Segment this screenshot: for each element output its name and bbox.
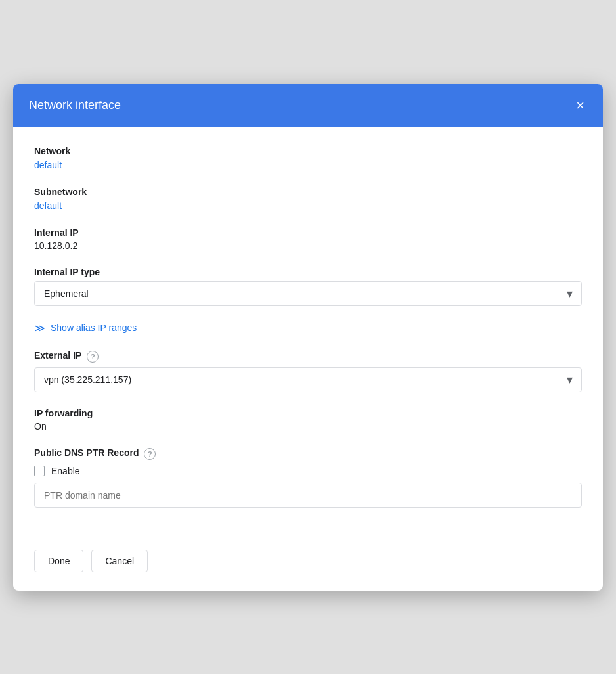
dialog-title: Network interface [29, 99, 121, 112]
dialog-header: Network interface × [13, 84, 603, 127]
internal-ip-value: 10.128.0.2 [34, 240, 582, 251]
internal-ip-type-field-group: Internal IP type Ephemeral Static ▾ [34, 267, 582, 306]
external-ip-select[interactable]: vpn (35.225.211.157) None Ephemeral [34, 367, 582, 392]
cancel-button[interactable]: Cancel [91, 550, 148, 572]
ip-forwarding-label: IP forwarding [34, 408, 582, 418]
external-ip-label: External IP [34, 350, 81, 361]
internal-ip-type-label: Internal IP type [34, 267, 582, 277]
ip-forwarding-field-group: IP forwarding On [34, 408, 582, 432]
internal-ip-type-select-wrapper: Ephemeral Static ▾ [34, 281, 582, 306]
public-dns-enable-checkbox[interactable] [34, 466, 45, 476]
network-value-link[interactable]: default [34, 160, 62, 170]
show-alias-label: Show alias IP ranges [51, 323, 137, 333]
dialog-body: Network default Subnetwork default Inter… [13, 127, 603, 539]
subnetwork-value-link[interactable]: default [34, 200, 62, 211]
show-alias-ip-ranges-button[interactable]: ≫ Show alias IP ranges [34, 322, 137, 334]
dialog-footer: Done Cancel [13, 539, 603, 591]
external-ip-help-icon: ? [87, 351, 99, 363]
internal-ip-type-select[interactable]: Ephemeral Static [34, 281, 582, 306]
public-dns-field-group: Public DNS PTR Record ? Enable [34, 447, 582, 508]
network-field-group: Network default [34, 146, 582, 171]
ptr-domain-name-input[interactable] [34, 483, 582, 508]
subnetwork-label: Subnetwork [34, 187, 582, 197]
internal-ip-field-group: Internal IP 10.128.0.2 [34, 227, 582, 251]
external-ip-label-row: External IP ? [34, 350, 582, 363]
close-button[interactable]: × [573, 96, 587, 116]
public-dns-checkbox-row: Enable [34, 466, 582, 476]
network-interface-dialog: Network interface × Network default Subn… [13, 84, 603, 591]
done-button[interactable]: Done [34, 550, 83, 572]
network-label: Network [34, 146, 582, 156]
subnetwork-field-group: Subnetwork default [34, 187, 582, 212]
external-ip-select-wrapper: vpn (35.225.211.157) None Ephemeral ▾ [34, 367, 582, 392]
internal-ip-label: Internal IP [34, 227, 582, 238]
chevron-double-down-icon: ≫ [34, 322, 45, 334]
public-dns-label-row: Public DNS PTR Record ? [34, 447, 582, 461]
ip-forwarding-value: On [34, 421, 582, 432]
external-ip-field-group: External IP ? vpn (35.225.211.157) None … [34, 350, 582, 392]
public-dns-help-icon: ? [144, 448, 156, 460]
public-dns-enable-label: Enable [51, 466, 80, 476]
public-dns-label: Public DNS PTR Record [34, 447, 139, 458]
